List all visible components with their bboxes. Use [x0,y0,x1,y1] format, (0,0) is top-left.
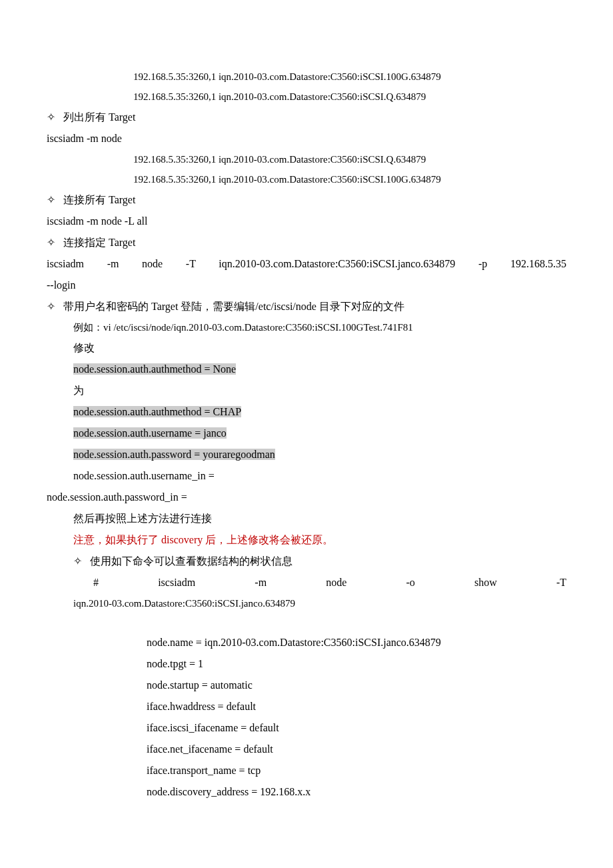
output-line: node.discovery_address = 192.168.x.x [47,781,566,803]
output-line: 192.168.5.35:3260,1 iqn.2010-03.com.Data… [47,169,566,189]
bullet-text: 带用户名和密码的 Target 登陆，需要编辑/etc/iscsi/node 目… [63,301,404,312]
output-line: node.name = iqn.2010-03.com.Datastore:C3… [47,632,566,653]
output-line: iface.transport_name = tcp [47,760,566,781]
config-line: node.session.auth.password_in = [47,487,566,508]
output-line: 192.168.5.35:3260,1 iqn.2010-03.com.Data… [47,67,566,87]
cmd-token: -m [255,577,267,588]
cmd-token: iscsiadm [158,577,195,588]
warning-line: 注意，如果执行了 discovery 后，上述修改将会被还原。 [47,529,566,551]
highlighted-config: node.session.auth.password = youraregood… [73,449,275,460]
example-line: 例如：vi /etc/iscsi/node/iqn.2010-03.com.Da… [47,317,566,337]
command-line: iscsiadm -m node -L all [47,211,566,232]
command-line-cont: --login [47,275,566,296]
output-line: iface.hwaddress = default [47,696,566,717]
bullet-text: 列出所有 Target [63,111,135,123]
highlighted-config: node.session.auth.authmethod = None [73,363,236,375]
modify-label: 修改 [47,337,566,359]
cmd-token: show [474,577,497,588]
bullet-tree-info: 使用如下命令可以查看数据结构的树状信息 [47,551,566,572]
command-line: iscsiadm -m node [47,128,566,149]
cmd-token: -T [556,577,566,588]
bullet-text: 使用如下命令可以查看数据结构的树状信息 [90,555,293,567]
config-line: node.session.auth.username = janco [47,423,566,444]
command-line: iscsiadm -m node -T iqn.2010-03.com.Data… [47,253,566,275]
config-line: node.session.auth.username_in = [47,465,566,487]
bullet-text: 连接指定 Target [63,237,135,248]
command-line-cont: iqn.2010-03.com.Datastore:C3560:iSCSI.ja… [47,593,566,613]
output-line: node.tpgt = 1 [47,653,566,675]
output-line: iface.iscsi_ifacename = default [47,717,566,739]
bullet-connect-specific-target: 连接指定 Target [47,232,566,253]
config-line: node.session.auth.authmethod = None [47,359,566,380]
highlighted-config: node.session.auth.authmethod = CHAP [73,406,241,417]
to-label: 为 [47,380,566,401]
cmd-token: node [326,577,346,588]
config-line: node.session.auth.password = youraregood… [47,444,566,465]
cmd-token: # [93,577,99,588]
output-line: iface.net_ifacename = default [47,739,566,760]
bullet-text: 连接所有 Target [63,194,135,205]
command-line-justified: # iscsiadm -m node -o show -T [47,572,566,593]
output-line: 192.168.5.35:3260,1 iqn.2010-03.com.Data… [47,87,566,107]
bullet-list-all-target: 列出所有 Target [47,107,566,128]
highlighted-config: node.session.auth.username = janco [73,427,227,439]
config-line: node.session.auth.authmethod = CHAP [47,401,566,423]
bullet-login-with-credentials: 带用户名和密码的 Target 登陆，需要编辑/etc/iscsi/node 目… [47,296,566,317]
instruction-line: 然后再按照上述方法进行连接 [47,508,566,529]
output-line: 192.168.5.35:3260,1 iqn.2010-03.com.Data… [47,149,566,169]
cmd-token: -o [406,577,415,588]
bullet-connect-all-target: 连接所有 Target [47,189,566,211]
output-line: node.startup = automatic [47,675,566,696]
